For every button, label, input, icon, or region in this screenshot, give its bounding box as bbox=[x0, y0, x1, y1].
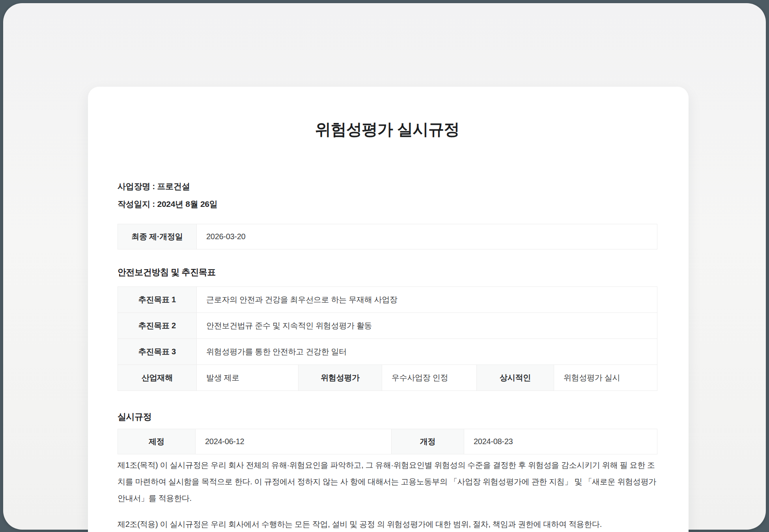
table-row: 최종 제·개정일 2026-03-20 bbox=[118, 224, 657, 249]
goal-1-value: 근로자의 안전과 건강을 최우선으로 하는 무재해 사업장 bbox=[197, 287, 657, 313]
page-background: 위험성평가 실시규정 사업장명 : 프로건설 작성일지 : 2024년 8월 2… bbox=[0, 0, 769, 532]
kpi-3-label: 상시적인 bbox=[477, 365, 554, 391]
revision-date-label: 최종 제·개정일 bbox=[118, 224, 197, 249]
table-row: 산업재해 발생 제로 위험성평가 우수사업장 인정 상시적인 위험성평가 실시 bbox=[118, 365, 657, 391]
document-card: 위험성평가 실시규정 사업장명 : 프로건설 작성일지 : 2024년 8월 2… bbox=[88, 87, 689, 532]
kpi-3-value: 위험성평가 실시 bbox=[554, 365, 657, 391]
policy-section-heading: 안전보건방침 및 추진목표 bbox=[118, 267, 657, 278]
enacted-date-value: 2024-06-12 bbox=[196, 429, 392, 454]
kpi-2-value: 우수사업장 인정 bbox=[382, 365, 477, 391]
goal-1-label: 추진목표 1 bbox=[118, 287, 197, 313]
kpi-1-label: 산업재해 bbox=[118, 365, 197, 391]
business-name-line: 사업장명 : 프로건설 bbox=[118, 177, 657, 195]
document-title: 위험성평가 실시규정 bbox=[118, 120, 657, 139]
written-date-line: 작성일지 : 2024년 8월 26일 bbox=[118, 195, 657, 213]
policy-goals-table: 추진목표 1 근로자의 안전과 건강을 최우선으로 하는 무재해 사업장 추진목… bbox=[118, 286, 657, 391]
goal-2-value: 안전보건법규 준수 및 지속적인 위험성평가 활동 bbox=[197, 313, 657, 339]
amended-date-label: 개정 bbox=[392, 429, 464, 454]
table-row: 추진목표 3 위험성평가를 통한 안전하고 건강한 일터 bbox=[118, 339, 657, 365]
table-row: 추진목표 1 근로자의 안전과 건강을 최우선으로 하는 무재해 사업장 bbox=[118, 287, 657, 313]
regulation-articles: 제1조(목적) 이 실시규정은 우리 회사 전체의 유해·위험요인을 파악하고,… bbox=[118, 457, 657, 532]
goal-2-label: 추진목표 2 bbox=[118, 313, 197, 339]
regulation-section-heading: 실시규정 bbox=[118, 411, 657, 422]
table-row: 추진목표 2 안전보건법규 준수 및 지속적인 위험성평가 활동 bbox=[118, 313, 657, 339]
article-1: 제1조(목적) 이 실시규정은 우리 회사 전체의 유해·위험요인을 파악하고,… bbox=[118, 457, 657, 506]
goal-3-label: 추진목표 3 bbox=[118, 339, 197, 365]
document-meta: 사업장명 : 프로건설 작성일지 : 2024년 8월 26일 bbox=[118, 177, 657, 213]
article-2: 제2조(적용) 이 실시규정은 우리 회사에서 수행하는 모든 작업, 설비 및… bbox=[118, 516, 657, 532]
revision-date-table: 최종 제·개정일 2026-03-20 bbox=[118, 224, 657, 249]
amended-date-value: 2024-08-23 bbox=[464, 429, 657, 454]
outer-panel: 위험성평가 실시규정 사업장명 : 프로건설 작성일지 : 2024년 8월 2… bbox=[3, 3, 766, 530]
regulation-dates-table: 제정 2024-06-12 개정 2024-08-23 bbox=[118, 429, 657, 454]
goal-3-value: 위험성평가를 통한 안전하고 건강한 일터 bbox=[197, 339, 657, 365]
kpi-1-value: 발생 제로 bbox=[197, 365, 299, 391]
table-row: 제정 2024-06-12 개정 2024-08-23 bbox=[118, 429, 657, 454]
enacted-date-label: 제정 bbox=[118, 429, 196, 454]
revision-date-value: 2026-03-20 bbox=[197, 224, 657, 249]
kpi-2-label: 위험성평가 bbox=[299, 365, 382, 391]
